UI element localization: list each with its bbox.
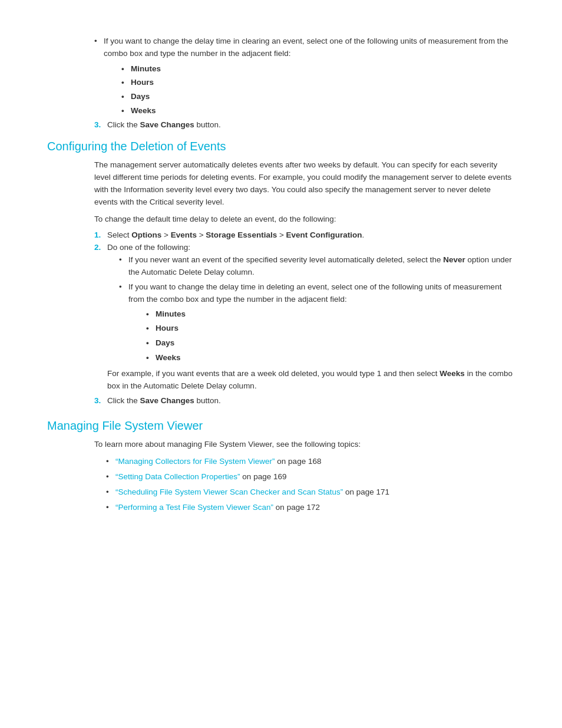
deletion-step2-number: 2. xyxy=(94,243,107,393)
deletion-step1-body: Select Options > Events > Storage Essent… xyxy=(107,230,515,239)
deletion-step3-bold: Save Changes xyxy=(140,396,194,405)
deletion-step1-storage: Storage Essentials xyxy=(206,230,277,239)
deletion-step3: 3. Click the Save Changes button. xyxy=(94,396,515,405)
deletion-step3-body: Click the Save Changes button. xyxy=(107,396,515,405)
fsviewer-link-2-suffix: on page 169 xyxy=(240,472,287,481)
deletion-step2-text: Do one of the following: xyxy=(107,243,190,252)
fsviewer-heading: Managing File System Viewer xyxy=(47,419,515,433)
sep2: > xyxy=(197,230,206,239)
deletion-step1-options: Options xyxy=(131,230,161,239)
top-step3-body: Click the Save Changes button. xyxy=(107,120,515,129)
deletion-step3-text: Click the xyxy=(107,396,140,405)
top-bullet-item: If you want to change the delay time in … xyxy=(94,35,515,117)
deletion-step1-eventconfig: Event Configuration xyxy=(286,230,362,239)
top-step3-text: Click the xyxy=(107,120,140,129)
deletion-bullet1-never: Never xyxy=(443,255,465,264)
del-unit-weeks: Weeks xyxy=(146,352,515,364)
del-unit-hours: Hours xyxy=(146,322,515,335)
fsviewer-links-list: “Managing Collectors for File System Vie… xyxy=(106,456,515,514)
deletion-step3-suffix: button. xyxy=(194,396,221,405)
fsviewer-link-3: “Scheduling File System Viewer Scan Chec… xyxy=(106,486,515,499)
deletion-intro: The management server automatically dele… xyxy=(94,159,515,209)
deletion-step1-events: Events xyxy=(171,230,197,239)
fsviewer-link-1: “Managing Collectors for File System Vie… xyxy=(106,456,515,468)
unit-days: Days xyxy=(121,90,515,103)
deletion-example-text: For example, if you want events that are… xyxy=(107,369,439,378)
fsviewer-link-4-anchor[interactable]: “Performing a Test File System Viewer Sc… xyxy=(115,503,273,512)
unit-hours: Hours xyxy=(121,76,515,89)
deletion-step3-number: 3. xyxy=(94,396,107,405)
fsviewer-links-container: “Managing Collectors for File System Vie… xyxy=(94,456,515,514)
fsviewer-link-4: “Performing a Test File System Viewer Sc… xyxy=(106,502,515,514)
fsviewer-link-2: “Setting Data Collection Properties” on … xyxy=(106,471,515,483)
deletion-step1: 1. Select Options > Events > Storage Ess… xyxy=(94,230,515,239)
top-step3-suffix: button. xyxy=(194,120,221,129)
deletion-example: For example, if you want events that are… xyxy=(107,368,515,393)
fsviewer-link-2-anchor[interactable]: “Setting Data Collection Properties” xyxy=(115,472,240,481)
deletion-step2-body: Do one of the following: If you never wa… xyxy=(107,243,515,393)
del-unit-days: Days xyxy=(146,337,515,350)
top-step3-number: 3. xyxy=(94,120,107,129)
deletion-step1-number: 1. xyxy=(94,230,107,239)
fsviewer-link-4-suffix: on page 172 xyxy=(273,503,320,512)
deletion-step1-text: Select xyxy=(107,230,131,239)
sep3: > xyxy=(277,230,286,239)
fsviewer-intro: To learn more about managing File System… xyxy=(94,439,515,451)
top-bullet-text: If you want to change the delay time in … xyxy=(104,37,508,58)
unit-minutes: Minutes xyxy=(121,62,515,75)
deletion-step2-bullets: If you never want an event of the specif… xyxy=(119,254,515,364)
deletion-bullet1-text: If you never want an event of the specif… xyxy=(128,255,443,264)
page-container: If you want to change the delay time in … xyxy=(47,35,515,728)
deletion-example-weeks: Weeks xyxy=(439,369,465,378)
fsviewer-link-3-suffix: on page 171 xyxy=(343,487,389,496)
deletion-bullet1: If you never want an event of the specif… xyxy=(119,254,515,279)
top-units-list: Minutes Hours Days Weeks xyxy=(121,62,515,117)
top-step3: 3. Click the Save Changes button. xyxy=(94,120,515,129)
deletion-heading: Configuring the Deletion of Events xyxy=(47,140,515,153)
deletion-change-intro: To change the default time delay to dele… xyxy=(94,213,515,226)
top-section: If you want to change the delay time in … xyxy=(47,35,515,129)
fsviewer-link-1-suffix: on page 168 xyxy=(275,457,322,466)
top-step3-bold: Save Changes xyxy=(140,120,194,129)
sep1: > xyxy=(161,230,170,239)
deletion-bullet2-text: If you want to change the delay time in … xyxy=(128,282,501,304)
deletion-bullet2: If you want to change the delay time in … xyxy=(119,281,515,365)
deletion-step2: 2. Do one of the following: If you never… xyxy=(94,243,515,393)
deletion-units-list: Minutes Hours Days Weeks xyxy=(146,308,515,365)
unit-weeks: Weeks xyxy=(121,104,515,117)
top-bullet-wrap: If you want to change the delay time in … xyxy=(94,35,515,129)
del-unit-minutes: Minutes xyxy=(146,308,515,321)
deletion-steps: 1. Select Options > Events > Storage Ess… xyxy=(94,230,515,405)
fsviewer-link-3-anchor[interactable]: “Scheduling File System Viewer Scan Chec… xyxy=(115,487,343,496)
fsviewer-link-1-anchor[interactable]: “Managing Collectors for File System Vie… xyxy=(115,457,275,466)
